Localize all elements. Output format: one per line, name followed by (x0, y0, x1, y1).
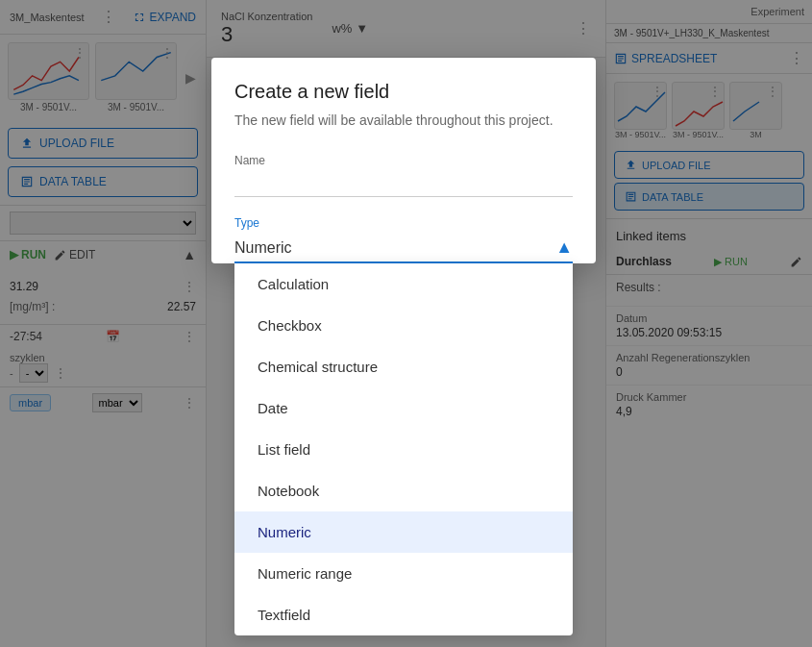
chevron-up-icon: ▲ (555, 237, 573, 258)
name-input[interactable] (234, 171, 573, 197)
name-label: Name (234, 154, 573, 167)
dropdown-item-notebook[interactable]: Notebook (234, 470, 573, 511)
dropdown-item-chemical_structure[interactable]: Chemical structure (234, 346, 573, 387)
name-field: Name (234, 154, 573, 197)
dialog-title: Create a new field (234, 81, 573, 103)
dialog-body: Name Type Numeric ▲ CalculationCheckboxC… (211, 138, 596, 263)
dropdown-item-list_field[interactable]: List field (234, 429, 573, 470)
dialog-subtitle: The new field will be available througho… (234, 111, 573, 131)
dialog-header: Create a new field The new field will be… (211, 58, 596, 138)
dropdown-item-numeric_range[interactable]: Numeric range (234, 553, 573, 594)
dropdown-item-numeric[interactable]: Numeric (234, 511, 573, 553)
dropdown-item-calculation[interactable]: Calculation (234, 263, 573, 305)
type-select-row[interactable]: Numeric ▲ (234, 234, 573, 263)
dropdown-item-textfield[interactable]: Textfield (234, 594, 573, 635)
type-value: Numeric (234, 239, 292, 257)
type-dropdown-list: CalculationCheckboxChemical structureDat… (234, 263, 573, 635)
create-field-dialog: Create a new field The new field will be… (211, 58, 596, 263)
dropdown-item-checkbox[interactable]: Checkbox (234, 305, 573, 346)
dropdown-item-date[interactable]: Date (234, 387, 573, 429)
type-field: Type Numeric ▲ CalculationCheckboxChemic… (234, 216, 573, 263)
type-label: Type (234, 216, 573, 230)
